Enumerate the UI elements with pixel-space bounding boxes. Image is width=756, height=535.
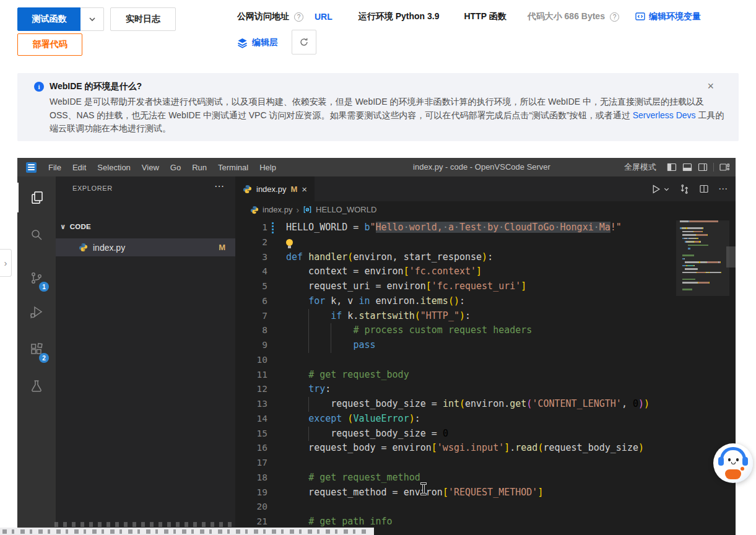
symbol-variable-icon <box>303 205 312 214</box>
close-icon[interactable]: × <box>302 184 307 194</box>
vertical-scrollbar[interactable] <box>726 246 736 268</box>
realtime-log-button[interactable]: 实时日志 <box>110 7 176 31</box>
breadcrumb[interactable]: index.py › HELLO_WORLD <box>235 201 736 218</box>
tab-indexpy[interactable]: index.py M × <box>235 176 315 201</box>
line-number: 8 <box>235 323 267 338</box>
line-number: 20 <box>235 500 267 515</box>
toggle-panel-icon[interactable] <box>682 162 692 172</box>
sidebar-item-testing[interactable] <box>17 372 56 401</box>
test-function-dropdown-button[interactable] <box>80 7 104 31</box>
code-line[interactable]: 18 # get request_method <box>235 471 736 485</box>
line-number: 12 <box>235 382 267 397</box>
code-line[interactable]: 5 request_uri = environ['fc.request_uri'… <box>235 279 736 294</box>
menu-item-run[interactable]: Run <box>186 158 212 176</box>
chevron-right-icon: › <box>296 205 299 215</box>
code-line[interactable]: 1HELLO_WORLD = b"Hello·world,·a·Test·by·… <box>235 220 736 235</box>
menu-item-go[interactable]: Go <box>165 158 186 176</box>
close-icon[interactable]: × <box>707 81 714 91</box>
activity-bar: 1 2 <box>17 176 56 535</box>
extensions-badge: 2 <box>39 353 49 363</box>
divider <box>713 163 714 172</box>
menu-item-edit[interactable]: Edit <box>67 158 92 176</box>
code-line[interactable]: 15 request_body_size = 0 <box>235 427 736 441</box>
line-number: 10 <box>235 353 267 368</box>
code-line[interactable]: 14 except (ValueError): <box>235 412 736 427</box>
menu-item-selection[interactable]: Selection <box>92 158 136 176</box>
more-actions-icon[interactable]: ⋯ <box>214 180 224 192</box>
banner-text-1: WebIDE 是可以帮助开发者快速进行代码测试，以及项目构建、依赖安装，但是 W… <box>50 97 704 120</box>
source-control-badge: 1 <box>39 282 49 292</box>
line-number: 15 <box>235 427 267 441</box>
code-line[interactable]: 2 <box>235 235 736 250</box>
run-python-button[interactable] <box>651 184 670 194</box>
menu-item-file[interactable]: File <box>43 158 67 176</box>
edit-layers-link[interactable]: 编辑层 <box>252 37 278 48</box>
code-line[interactable]: 20 <box>235 500 736 515</box>
chevron-down-icon <box>88 15 97 24</box>
breadcrumb-symbol[interactable]: HELLO_WORLD <box>316 205 376 214</box>
toggle-secondary-sidebar-icon[interactable] <box>698 162 708 172</box>
sidebar-item-run-debug[interactable] <box>17 297 56 327</box>
tree-folder-code[interactable]: ∨ CODE <box>56 218 235 235</box>
files-icon <box>30 190 45 205</box>
mascot-mic <box>741 467 744 471</box>
code-line[interactable]: 3def handler(environ, start_response): <box>235 250 736 265</box>
modified-badge: M <box>219 243 225 252</box>
tree-file-indexpy[interactable]: index.py M <box>56 238 235 256</box>
banner-title-row: i WebIDE 的环境是什么? <box>34 81 723 92</box>
code-line[interactable]: 7 if k.startswith("HTTP_"): <box>235 309 736 324</box>
customer-service-mascot[interactable] <box>713 443 753 483</box>
deploy-code-button[interactable]: 部署代码 <box>17 33 82 56</box>
line-number: 6 <box>235 294 267 309</box>
sidebar-item-explorer[interactable] <box>17 183 56 212</box>
toggle-sidebar-icon[interactable] <box>667 162 677 172</box>
left-panel-expander[interactable]: › <box>0 249 12 277</box>
lightbulb-icon[interactable] <box>286 239 293 246</box>
refresh-icon <box>299 37 309 47</box>
code-line[interactable]: 11 # get request_body <box>235 368 736 383</box>
runtime-label: 运行环境 Python 3.9 <box>358 11 440 22</box>
chevron-right-icon: › <box>4 258 7 268</box>
modified-gutter-marker <box>272 222 274 233</box>
serverless-devs-link[interactable]: Serverless Devs <box>633 110 696 120</box>
minimap[interactable] <box>680 220 726 535</box>
line-number: 3 <box>235 250 267 265</box>
code-line[interactable]: 12 try: <box>235 382 736 397</box>
question-icon[interactable]: ? <box>610 12 619 22</box>
code-line[interactable]: 4 context = environ['fc.context'] <box>235 264 736 279</box>
open-changes-icon[interactable] <box>679 184 690 194</box>
menu-item-view[interactable]: View <box>136 158 165 176</box>
code-line[interactable]: 10 <box>235 353 736 368</box>
test-function-button[interactable]: 测试函数 <box>17 7 81 31</box>
code-line[interactable]: 16 request_body = environ['wsgi.input'].… <box>235 441 736 456</box>
code-line[interactable]: 17 <box>235 456 736 471</box>
menu-item-help[interactable]: Help <box>254 158 282 176</box>
minimap-lines <box>680 220 726 292</box>
edit-env-vars-link[interactable]: 编辑环境变量 <box>649 11 701 22</box>
sidebar-item-source-control[interactable]: 1 <box>17 263 56 293</box>
code-line[interactable]: 13 request_body_size = int(environ.get('… <box>235 397 736 412</box>
code-line[interactable]: 19 request_method = environ['REQUEST_MET… <box>235 485 736 500</box>
breadcrumb-file[interactable]: index.py <box>263 205 292 214</box>
customize-layout-icon[interactable] <box>719 162 729 172</box>
headphone-cup-right <box>742 457 748 466</box>
explorer-sidebar: EXPLORER ⋯ ∨ CODE index.py M <box>56 176 235 535</box>
line-number: 18 <box>235 471 267 485</box>
code-line[interactable]: 8 # process custom request headers <box>235 323 736 338</box>
code-editor[interactable]: 1HELLO_WORLD = b"Hello·world,·a·Test·by·… <box>235 218 736 535</box>
fullscreen-label[interactable]: 全屏模式 <box>624 162 656 173</box>
refresh-button[interactable] <box>292 30 316 54</box>
code-size-label: 代码大小 686 Bytes <box>528 11 605 22</box>
code-line[interactable]: 9 pass <box>235 338 736 353</box>
python-file-icon <box>250 206 259 214</box>
layers-icon <box>237 38 248 48</box>
url-link[interactable]: URL <box>315 12 332 22</box>
vscode-logo-icon <box>26 162 37 173</box>
more-actions-icon[interactable]: ⋯ <box>718 183 728 194</box>
menu-item-terminal[interactable]: Terminal <box>212 158 254 176</box>
code-line[interactable]: 6 for k, v in environ.items(): <box>235 294 736 309</box>
sidebar-item-search[interactable] <box>17 220 56 250</box>
question-icon[interactable]: ? <box>294 12 303 22</box>
sidebar-item-extensions[interactable]: 2 <box>17 334 56 364</box>
split-editor-icon[interactable] <box>699 184 709 194</box>
